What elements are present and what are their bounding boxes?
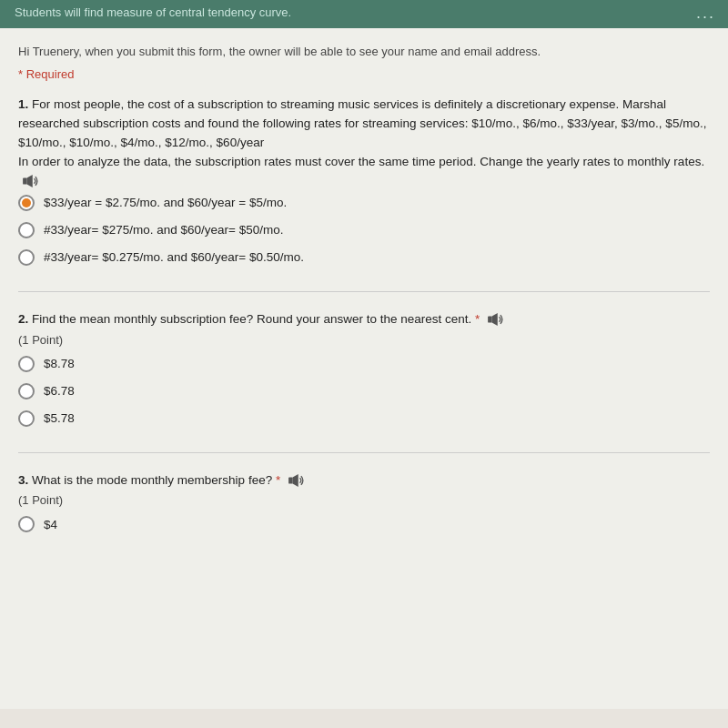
- question-3-number: 3.: [18, 473, 28, 487]
- radio-selected-q1-0: [22, 198, 31, 207]
- svg-rect-4: [288, 477, 292, 483]
- radio-q2-0[interactable]: [18, 356, 35, 372]
- radio-q3-0[interactable]: [18, 516, 35, 532]
- option-q1-0[interactable]: $33/year = $2.75/mo. and $60/year = $5/m…: [18, 195, 710, 211]
- option-label-q2-0: $8.78: [44, 357, 75, 370]
- option-label-q1-0: $33/year = $2.75/mo. and $60/year = $5/m…: [44, 196, 287, 209]
- option-label-q3-0: $4: [44, 518, 57, 531]
- option-q1-1[interactable]: #33/year= $275/mo. and $60/year= $50/mo.: [18, 222, 710, 238]
- question-1-text: 1. For most people, the cost of a subscr…: [18, 96, 710, 191]
- required-star-q3: *: [276, 473, 280, 487]
- option-label-q1-1: #33/year= $275/mo. and $60/year= $50/mo.: [44, 223, 283, 237]
- content-area: Hi Truenery, when you submit this form, …: [0, 28, 728, 709]
- question-1: 1. For most people, the cost of a subscr…: [18, 96, 710, 266]
- top-bar: Students will find measure of central te…: [0, 0, 728, 28]
- question-2-text: 2. Find the mean monthly subscription fe…: [18, 310, 710, 329]
- required-star-q2: *: [475, 312, 480, 326]
- point-label-q3: (1 Point): [18, 493, 710, 507]
- audio-icon-q1[interactable]: [22, 174, 40, 188]
- option-label-q2-1: $6.78: [44, 384, 75, 398]
- divider-1: [18, 291, 710, 292]
- top-bar-text: Students will find measure of central te…: [15, 5, 291, 19]
- divider-2: [18, 452, 710, 453]
- question-2: 2. Find the mean monthly subscription fe…: [18, 310, 710, 427]
- radio-q1-1[interactable]: [18, 222, 35, 238]
- radio-q1-2[interactable]: [18, 249, 35, 266]
- option-q2-0[interactable]: $8.78: [18, 356, 710, 372]
- question-3: 3. What is the mode monthly membership f…: [18, 471, 710, 533]
- option-q3-0[interactable]: $4: [18, 516, 710, 532]
- option-label-q2-2: $5.78: [44, 411, 75, 425]
- svg-rect-2: [488, 316, 491, 322]
- option-label-q1-2: #33/year= $0.275/mo. and $60/year= $0.50…: [44, 250, 304, 264]
- option-q2-1[interactable]: $6.78: [18, 383, 710, 399]
- radio-q1-0[interactable]: [18, 195, 35, 211]
- svg-rect-0: [23, 178, 26, 185]
- question-1-number: 1.: [18, 97, 28, 111]
- option-q2-2[interactable]: $5.78: [18, 410, 710, 427]
- question-2-number: 2.: [18, 312, 28, 326]
- point-label-q2: (1 Point): [18, 333, 710, 347]
- option-q1-2[interactable]: #33/year= $0.275/mo. and $60/year= $0.50…: [18, 249, 710, 266]
- question-3-text: 3. What is the mode monthly membership f…: [18, 471, 710, 490]
- radio-q2-1[interactable]: [18, 383, 35, 399]
- svg-marker-5: [293, 474, 298, 487]
- info-text: Hi Truenery, when you submit this form, …: [18, 45, 710, 58]
- required-label: * Required: [18, 67, 710, 81]
- svg-marker-3: [492, 313, 498, 326]
- audio-icon-q2[interactable]: [487, 312, 505, 327]
- radio-q2-2[interactable]: [18, 410, 35, 427]
- top-bar-menu[interactable]: ···: [696, 7, 715, 26]
- svg-marker-1: [27, 175, 33, 187]
- audio-icon-q3[interactable]: [288, 473, 306, 488]
